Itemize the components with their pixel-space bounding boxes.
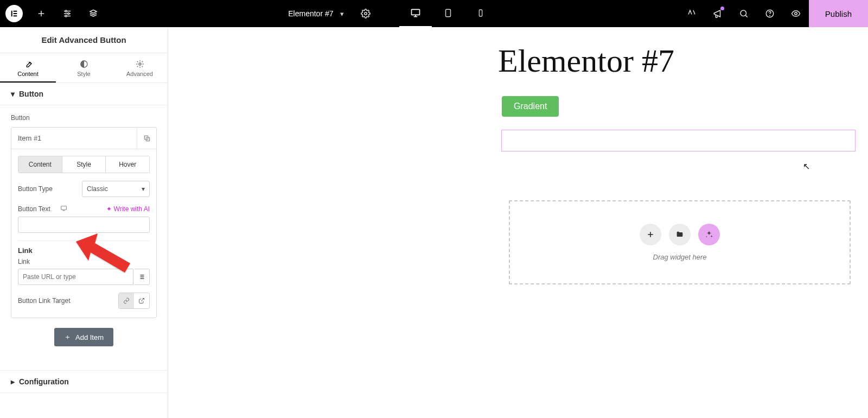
svg-point-24 xyxy=(139,63,141,65)
svg-rect-16 xyxy=(445,9,450,17)
selected-widget-outline[interactable] xyxy=(501,130,856,151)
drop-zone[interactable]: Drag widget here xyxy=(509,200,851,284)
panel-title: Edit Advanced Button xyxy=(0,27,168,53)
chevron-down-icon: ▾ xyxy=(142,185,145,193)
svg-rect-0 xyxy=(11,11,12,17)
svg-rect-30 xyxy=(140,276,144,277)
svg-point-18 xyxy=(741,10,746,16)
caret-down-icon: ▾ xyxy=(11,90,15,98)
write-ai-label: Write with AI xyxy=(114,205,150,213)
tab-advanced-label: Advanced xyxy=(126,71,153,77)
responsive-icon[interactable] xyxy=(60,205,67,213)
announcement-icon[interactable] xyxy=(705,0,731,27)
help-icon[interactable] xyxy=(757,0,783,27)
ai-button[interactable] xyxy=(698,224,720,245)
whats-new-icon[interactable] xyxy=(679,0,705,27)
button-text-label: Button Text xyxy=(18,205,57,213)
svg-rect-1 xyxy=(14,11,17,12)
editor-sidebar: Edit Advanced Button Content Style Advan… xyxy=(0,27,168,418)
preview-canvas: Elementor #7 Gradient Drag widget here xyxy=(168,27,868,418)
svg-line-32 xyxy=(141,299,144,302)
svg-point-21 xyxy=(769,15,770,16)
tab-style[interactable]: Style xyxy=(56,53,112,83)
link-label: Link xyxy=(18,258,150,265)
button-type-select[interactable]: Classic ▾ xyxy=(82,181,150,197)
preview-icon[interactable] xyxy=(783,0,809,27)
caret-right-icon: ▸ xyxy=(11,377,15,386)
plus-icon: ＋ xyxy=(64,332,71,342)
item-subtabs: Content Style Hover xyxy=(18,156,150,173)
section-configuration[interactable]: ▸ Configuration xyxy=(0,370,168,393)
svg-point-7 xyxy=(65,10,67,12)
dynamic-tags-icon[interactable] xyxy=(135,269,150,285)
add-widget-button[interactable] xyxy=(640,224,661,245)
button-text-input[interactable] xyxy=(18,217,150,233)
document-title[interactable]: Elementor #7 xyxy=(288,9,333,18)
settings-sliders-icon[interactable] xyxy=(54,0,80,27)
duplicate-icon[interactable] xyxy=(137,128,156,149)
svg-point-12 xyxy=(364,12,367,15)
svg-rect-3 xyxy=(14,15,17,16)
template-library-button[interactable] xyxy=(669,224,691,245)
subtab-style[interactable]: Style xyxy=(62,156,106,173)
item-title[interactable]: Item #1 xyxy=(18,134,41,142)
gradient-button[interactable]: Gradient xyxy=(502,96,559,117)
device-tablet[interactable] xyxy=(432,0,464,27)
tab-advanced[interactable]: Advanced xyxy=(112,53,168,83)
svg-point-22 xyxy=(795,12,797,15)
search-icon[interactable] xyxy=(731,0,757,27)
link-target-label: Button Link Target xyxy=(18,297,118,305)
chevron-down-icon[interactable]: ▾ xyxy=(340,10,344,18)
drop-text: Drag widget here xyxy=(653,253,707,261)
svg-rect-29 xyxy=(140,275,144,276)
add-item-label: Add Item xyxy=(75,333,104,341)
device-mobile[interactable] xyxy=(464,0,497,27)
gear-icon[interactable] xyxy=(353,0,379,27)
tab-content-label: Content xyxy=(17,71,39,77)
button-type-value: Classic xyxy=(87,185,108,193)
section-button-label: Button xyxy=(19,90,43,98)
link-input[interactable] xyxy=(18,269,133,285)
elementor-logo[interactable] xyxy=(5,5,23,22)
add-item-button[interactable]: ＋ Add Item xyxy=(54,328,113,346)
link-target-same[interactable] xyxy=(119,293,134,308)
svg-rect-17 xyxy=(479,10,482,16)
section-button[interactable]: ▾ Button xyxy=(0,83,168,105)
svg-rect-2 xyxy=(14,13,17,14)
page-title: Elementor #7 xyxy=(498,42,868,80)
structure-icon[interactable] xyxy=(80,0,106,27)
device-desktop[interactable] xyxy=(399,0,432,27)
button-type-label: Button Type xyxy=(18,185,82,193)
subtab-content[interactable]: Content xyxy=(18,156,62,173)
subtab-hover[interactable]: Hover xyxy=(106,156,149,173)
svg-line-19 xyxy=(745,15,747,17)
link-target-toggle xyxy=(118,293,150,309)
panel-tabs: Content Style Advanced xyxy=(0,53,168,83)
svg-point-11 xyxy=(65,15,67,17)
section-configuration-label: Configuration xyxy=(19,377,69,386)
button-label: Button xyxy=(11,114,157,122)
divider xyxy=(18,240,150,241)
svg-rect-27 xyxy=(61,206,66,210)
repeater-item: Item #1 Content Style Hover Button Type … xyxy=(11,127,157,318)
top-bar: Elementor #7 ▾ Publish xyxy=(0,0,868,27)
svg-rect-31 xyxy=(140,278,144,280)
add-icon[interactable] xyxy=(28,0,54,27)
svg-point-9 xyxy=(68,13,69,15)
write-with-ai[interactable]: ✦ Write with AI xyxy=(106,205,150,213)
tab-content[interactable]: Content xyxy=(0,53,56,83)
tab-style-label: Style xyxy=(77,71,90,77)
link-target-new[interactable] xyxy=(134,293,149,308)
link-section-header: Link xyxy=(18,246,150,255)
publish-button[interactable]: Publish xyxy=(809,0,868,27)
svg-rect-13 xyxy=(411,9,419,15)
sparkle-icon: ✦ xyxy=(106,205,112,213)
